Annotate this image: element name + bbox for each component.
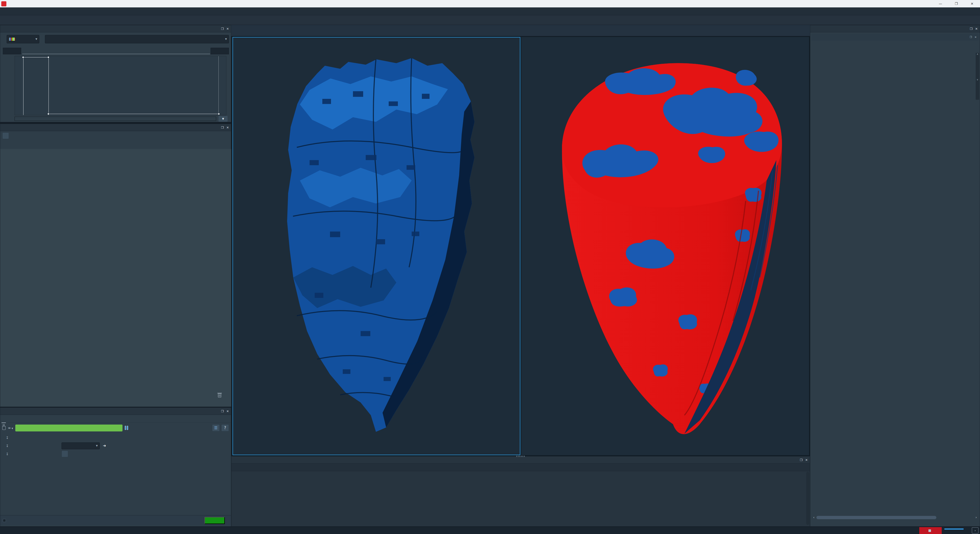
stop-button[interactable] [919,527,942,534]
colormap-editor-panel: ❒ ✕ ▼ ▼ [0,25,231,122]
colormap-swatch [9,37,15,41]
close-icon[interactable]: ✕ [964,0,980,7]
chevron-down-icon: ▼ [35,38,37,40]
trash-icon[interactable] [218,394,221,397]
project-view-panel: ❒ ✕ [0,124,231,407]
help-icon[interactable]: ? [221,424,229,431]
selected-object-pill[interactable] [15,424,123,431]
close-panel-icon[interactable]: ✕ [226,410,229,413]
list-options-icon[interactable]: ☰ [212,424,220,431]
memory-usage-bar [944,528,964,530]
colormap-strip-expand-icon[interactable]: ▼ [218,116,228,122]
close-panel-icon[interactable]: ✕ [975,27,978,30]
panel-resize-handle[interactable] [516,456,525,457]
goto-master-icon[interactable]: ➜ [103,443,106,448]
node-graph[interactable] [0,149,231,407]
app-logo [1,1,6,6]
colormap-select[interactable]: ▼ [6,35,39,43]
tables-panel: ❒ ✕ ❒ ✕ ∧∨ ‹ › [810,25,980,527]
stop-square-icon [928,529,931,532]
float-document-icon[interactable]: ❒ [970,36,972,38]
avizo-window: — ❐ ✕ ❒ ✕ ▼ ▼ [0,0,980,534]
apply-button[interactable] [204,517,225,524]
colormap-handle[interactable] [218,113,220,115]
menu-bar [0,7,980,15]
table-scrollbar[interactable]: ∧∨ [976,53,979,100]
master-select[interactable]: ▼ [62,442,100,449]
link-icon[interactable]: ∞ ▼ [8,426,13,430]
maximize-icon[interactable]: ❐ [948,0,964,7]
chevron-down-icon: ▼ [96,445,98,447]
scroll-right-icon[interactable]: › [974,516,979,519]
colormap-handle[interactable] [48,113,49,115]
range-min-box[interactable] [3,48,21,54]
label-surface-render [521,37,809,455]
histogram-plot[interactable] [14,56,226,115]
console-log [234,473,805,525]
float-panel-icon[interactable]: ❒ [221,126,224,129]
expand-console-icon[interactable]: › [972,528,978,534]
voxel-volume-render [233,38,520,455]
auto-refresh-checkbox[interactable] [3,519,6,522]
measure-document-title[interactable]: ❒ ✕ [811,33,979,41]
histogram-y-axis [0,54,13,117]
node-connections [0,149,77,187]
minimize-icon[interactable]: — [932,0,948,7]
float-panel-icon[interactable]: ❒ [221,27,224,30]
viewer-area [231,25,810,456]
console-scrollbar[interactable] [806,472,809,525]
workroom-toolbar [0,15,980,25]
properties-panel: ❒ ✕ ∞ ▼ ☰ ? ↧ ↧ ▼ ➜ [0,407,231,527]
float-panel-icon[interactable]: ❒ [800,458,803,462]
delete-object-icon[interactable] [2,426,6,430]
range-max-box[interactable] [210,48,229,54]
float-panel-icon[interactable]: ❒ [970,27,973,30]
open-data-button[interactable] [2,132,9,139]
colormap-handle[interactable] [48,56,49,58]
status-bar: › [0,527,980,534]
data-select[interactable]: ▼ [45,35,229,43]
viewer-toolbar [231,25,810,36]
pin-icon[interactable]: ↧ [6,452,9,456]
viewport-right[interactable] [521,37,809,455]
hscroll-thumb[interactable] [816,516,936,519]
pin-icon[interactable]: ↧ [6,436,9,440]
colormap-range-ruler [3,48,229,55]
close-document-icon[interactable]: ✕ [975,36,977,38]
close-panel-icon[interactable]: ✕ [226,126,229,129]
consoles-panel: ❒ ✕ [231,456,810,527]
float-panel-icon[interactable]: ❒ [221,410,224,413]
close-panel-icon[interactable]: ✕ [226,27,229,30]
pin-icon[interactable]: ↧ [6,444,9,448]
viewport-left[interactable] [232,37,520,455]
colormap-handle[interactable] [22,56,24,58]
scroll-left-icon[interactable]: ‹ [811,516,816,519]
chevron-down-icon: ▼ [225,38,227,40]
colormap-strip[interactable] [14,117,216,121]
pause-icon[interactable] [125,426,128,430]
close-panel-icon[interactable]: ✕ [805,458,808,462]
show-table-button[interactable] [62,451,68,457]
memory-usage [944,528,964,530]
titlebar: — ❐ ✕ [0,0,980,7]
